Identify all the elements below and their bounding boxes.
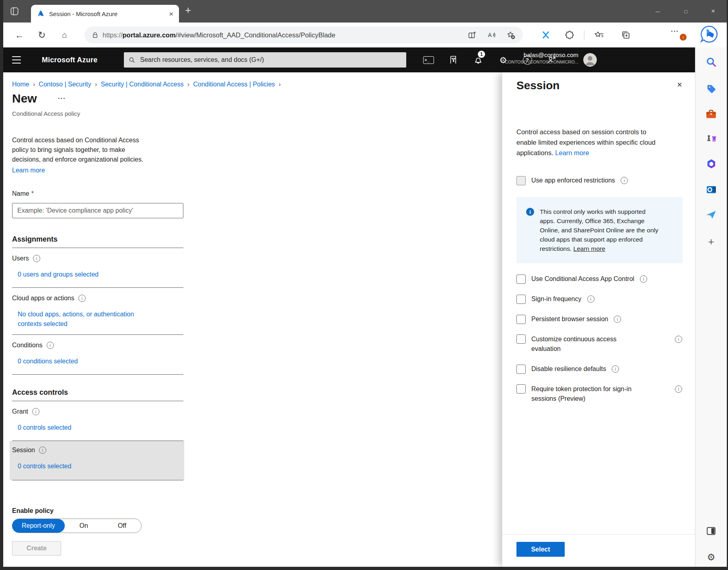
extensions-puzzle-icon[interactable] bbox=[565, 30, 574, 40]
azure-brand[interactable]: Microsoft Azure bbox=[42, 47, 97, 72]
collections-icon[interactable] bbox=[621, 30, 631, 40]
read-aloud-icon[interactable]: A bbox=[487, 30, 496, 40]
sidebar-settings-gear-icon[interactable]: ⚙ bbox=[705, 551, 718, 564]
azure-search-bar[interactable] bbox=[124, 52, 406, 68]
settings-and-more-button[interactable]: ··· ↑ bbox=[671, 27, 687, 43]
sign-in-frequency-checkbox[interactable] bbox=[516, 295, 526, 304]
window-close-button[interactable]: × bbox=[704, 0, 722, 23]
info-box-learn-more-link[interactable]: Learn more bbox=[574, 245, 605, 252]
enable-policy-label: Enable policy bbox=[12, 507, 185, 515]
policy-name-input[interactable] bbox=[12, 203, 183, 218]
account-info[interactable]: balas@contoso.com CONTOSO (CONTOSO.ONMIC… bbox=[505, 51, 578, 64]
notifications-bell-icon[interactable]: 1 bbox=[471, 47, 485, 72]
breadcrumb-conditional-access[interactable]: Security | Conditional Access bbox=[101, 81, 183, 88]
panel-learn-more-link[interactable]: Learn more bbox=[555, 149, 589, 156]
toggle-option-on[interactable]: On bbox=[65, 522, 103, 529]
sidebar-tools-icon[interactable] bbox=[705, 108, 718, 121]
update-badge: ↑ bbox=[680, 34, 687, 41]
sidebar-microsoft365-icon[interactable] bbox=[705, 157, 718, 170]
azure-search-input[interactable] bbox=[139, 56, 401, 64]
hamburger-menu-icon[interactable] bbox=[12, 56, 21, 64]
new-tab-button[interactable]: + bbox=[185, 4, 191, 16]
info-icon[interactable]: i bbox=[39, 447, 46, 454]
window-maximize-button[interactable]: □ bbox=[677, 0, 695, 23]
breadcrumb-contoso-security[interactable]: Contoso | Security bbox=[39, 81, 91, 88]
toggle-option-report-only[interactable]: Report-only bbox=[12, 519, 65, 533]
sidebar-add-icon[interactable]: + bbox=[705, 235, 718, 248]
bing-chat-icon[interactable] bbox=[698, 23, 720, 45]
sidebar-send-icon[interactable] bbox=[705, 208, 718, 221]
sidebar-search-icon[interactable] bbox=[705, 55, 718, 68]
assignments-heading: Assignments bbox=[12, 235, 183, 244]
app-control-checkbox[interactable] bbox=[516, 275, 526, 284]
page-content: Home › Contoso | Security › Security | C… bbox=[3, 72, 695, 567]
app-control-row: Use Conditional Access App Control i bbox=[516, 274, 682, 284]
cloud-shell-icon[interactable]: >_ bbox=[422, 47, 435, 72]
token-protection-checkbox[interactable] bbox=[516, 384, 526, 394]
tab-close-icon[interactable]: × bbox=[169, 10, 173, 18]
policy-form: Home › Contoso | Security › Security | C… bbox=[12, 72, 183, 480]
conditions-selected-link[interactable]: 0 conditions selected bbox=[18, 357, 183, 366]
browser-window: Session - Microsoft Azure × + ─ □ × ← ↻ … bbox=[0, 0, 728, 570]
back-icon[interactable]: ← bbox=[12, 23, 27, 47]
cloud-apps-selected-link[interactable]: No cloud apps, actions, or authenticatio… bbox=[18, 310, 154, 329]
info-icon[interactable]: i bbox=[78, 295, 86, 302]
info-icon[interactable]: i bbox=[47, 342, 54, 349]
resilience-defaults-checkbox[interactable] bbox=[516, 365, 526, 374]
sidebar-outlook-icon[interactable] bbox=[705, 183, 718, 196]
breadcrumb-policies[interactable]: Conditional Access | Policies bbox=[193, 81, 275, 88]
info-icon[interactable]: i bbox=[612, 365, 619, 373]
info-icon[interactable]: i bbox=[621, 177, 628, 184]
info-icon[interactable]: i bbox=[614, 316, 621, 323]
split-screen-icon[interactable] bbox=[467, 30, 477, 40]
extension-x-icon[interactable] bbox=[541, 30, 551, 40]
continuous-access-row: Customize continuous access evaluation i bbox=[516, 334, 682, 354]
app-enforced-checkbox[interactable] bbox=[516, 176, 526, 185]
title-more-icon[interactable]: ··· bbox=[58, 94, 66, 103]
info-icon[interactable]: i bbox=[33, 255, 40, 262]
continuous-access-checkbox[interactable] bbox=[516, 334, 526, 344]
sidebar-shopping-icon[interactable] bbox=[705, 82, 718, 95]
add-favorite-icon[interactable] bbox=[506, 30, 516, 40]
chevron-right-icon: › bbox=[187, 80, 190, 88]
info-icon[interactable]: i bbox=[587, 295, 594, 303]
directory-filter-icon[interactable] bbox=[446, 47, 460, 72]
toggle-option-off[interactable]: Off bbox=[103, 522, 141, 529]
azure-favicon bbox=[37, 10, 45, 18]
sign-in-frequency-row: Sign-in frequency i bbox=[516, 294, 682, 304]
refresh-icon[interactable]: ↻ bbox=[35, 23, 49, 47]
create-button[interactable]: Create bbox=[12, 541, 61, 556]
divider bbox=[12, 401, 183, 401]
address-bar[interactable]: https://portal.azure.com/#view/Microsoft… bbox=[84, 27, 523, 43]
toolbar-divider bbox=[584, 31, 584, 39]
sidebar-panel-toggle-icon[interactable] bbox=[705, 525, 718, 537]
info-filled-icon: i bbox=[526, 208, 534, 216]
breadcrumb-home[interactable]: Home bbox=[12, 81, 29, 88]
close-icon[interactable]: × bbox=[677, 80, 682, 89]
info-icon[interactable]: i bbox=[32, 408, 39, 415]
lock-icon[interactable] bbox=[92, 32, 99, 39]
session-selected-link[interactable]: 0 controls selected bbox=[18, 461, 182, 471]
select-button[interactable]: Select bbox=[516, 542, 565, 557]
learn-more-link[interactable]: Learn more bbox=[12, 167, 45, 174]
info-icon[interactable]: i bbox=[675, 385, 682, 393]
breadcrumb: Home › Contoso | Security › Security | C… bbox=[12, 80, 183, 88]
workspaces-icon[interactable] bbox=[9, 6, 20, 17]
info-icon[interactable]: i bbox=[640, 275, 647, 283]
avatar[interactable] bbox=[583, 53, 597, 67]
sidebar-games-icon[interactable] bbox=[705, 132, 718, 145]
users-selected-link[interactable]: 0 users and groups selected bbox=[18, 270, 183, 279]
home-icon[interactable]: ⌂ bbox=[57, 23, 72, 47]
panel-footer: Select bbox=[502, 534, 695, 567]
session-section-highlighted[interactable]: Session i 0 controls selected bbox=[10, 441, 184, 480]
window-border-left bbox=[0, 0, 3, 570]
enable-policy-toggle: Report-only On Off bbox=[12, 519, 142, 533]
window-minimize-button[interactable]: ─ bbox=[648, 0, 667, 23]
browser-tab[interactable]: Session - Microsoft Azure × bbox=[31, 5, 179, 23]
favorites-icon[interactable] bbox=[594, 30, 604, 40]
grant-selected-link[interactable]: 0 controls selected bbox=[18, 423, 183, 433]
info-icon[interactable]: i bbox=[675, 336, 682, 343]
search-icon bbox=[129, 57, 135, 64]
chevron-right-icon: › bbox=[95, 80, 97, 88]
persistent-browser-checkbox[interactable] bbox=[516, 315, 526, 324]
